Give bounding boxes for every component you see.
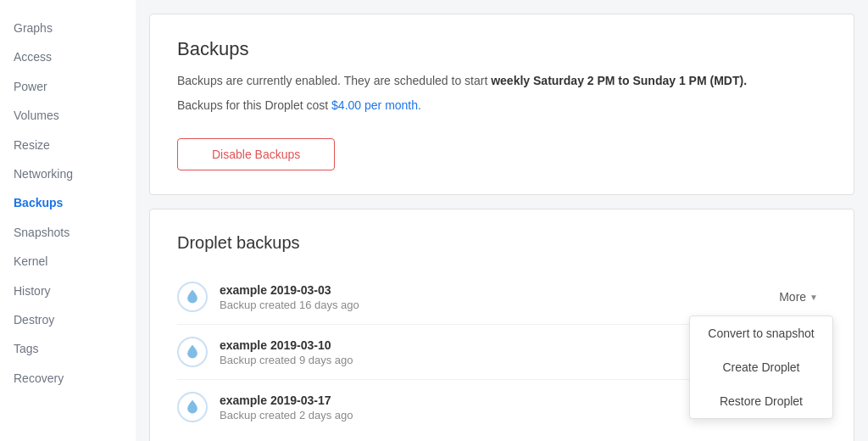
- sidebar-item-power[interactable]: Power: [0, 72, 136, 101]
- main-content: Backups Backups are currently enabled. T…: [136, 0, 868, 441]
- sidebar: GraphsAccessPowerVolumesResizeNetworking…: [0, 0, 136, 441]
- backups-desc1: Backups are currently enabled. They are …: [177, 72, 826, 90]
- backups-price-link[interactable]: $4.00 per month.: [331, 98, 421, 112]
- sidebar-item-volumes[interactable]: Volumes: [0, 101, 136, 130]
- sidebar-item-snapshots[interactable]: Snapshots: [0, 218, 136, 247]
- sidebar-item-history[interactable]: History: [0, 276, 136, 305]
- dropdown-menu: Convert to snapshotCreate DropletRestore…: [689, 315, 833, 419]
- sidebar-item-backups[interactable]: Backups: [0, 188, 136, 217]
- more-label: More: [779, 290, 806, 304]
- sidebar-item-graphs[interactable]: Graphs: [0, 14, 136, 42]
- droplet-icon: [177, 337, 208, 367]
- backups-info-card: Backups Backups are currently enabled. T…: [149, 14, 854, 195]
- backup-info: example 2019-03-03Backup created 16 days…: [220, 283, 725, 311]
- droplet-backups-card: Droplet backups example 2019-03-03Backup…: [149, 209, 854, 441]
- droplet-icon: [177, 392, 208, 422]
- dropdown-item-1[interactable]: Create Droplet: [690, 350, 832, 384]
- more-button[interactable]: More▼Convert to snapshotCreate DropletRe…: [771, 285, 826, 309]
- backups-desc2: Backups for this Droplet cost $4.00 per …: [177, 97, 826, 114]
- more-button-container: More▼Convert to snapshotCreate DropletRe…: [725, 285, 826, 309]
- backup-list: example 2019-03-03Backup created 16 days…: [177, 270, 826, 434]
- sidebar-item-resize[interactable]: Resize: [0, 131, 136, 159]
- backup-sub: Backup created 16 days ago: [220, 299, 725, 311]
- droplet-backups-title: Droplet backups: [177, 233, 826, 253]
- sidebar-item-kernel[interactable]: Kernel: [0, 247, 136, 276]
- droplet-icon: [177, 282, 208, 312]
- sidebar-item-tags[interactable]: Tags: [0, 334, 136, 363]
- sidebar-item-access[interactable]: Access: [0, 42, 136, 71]
- chevron-down-icon: ▼: [810, 293, 818, 302]
- backup-name: example 2019-03-03: [220, 283, 725, 297]
- backups-title: Backups: [177, 38, 826, 60]
- dropdown-item-0[interactable]: Convert to snapshot: [690, 316, 832, 350]
- backup-row: example 2019-03-03Backup created 16 days…: [177, 270, 826, 325]
- dropdown-item-2[interactable]: Restore Droplet: [690, 384, 832, 418]
- sidebar-item-recovery[interactable]: Recovery: [0, 364, 136, 393]
- sidebar-item-destroy[interactable]: Destroy: [0, 305, 136, 334]
- disable-backups-button[interactable]: Disable Backups: [177, 138, 335, 170]
- sidebar-item-networking[interactable]: Networking: [0, 159, 136, 188]
